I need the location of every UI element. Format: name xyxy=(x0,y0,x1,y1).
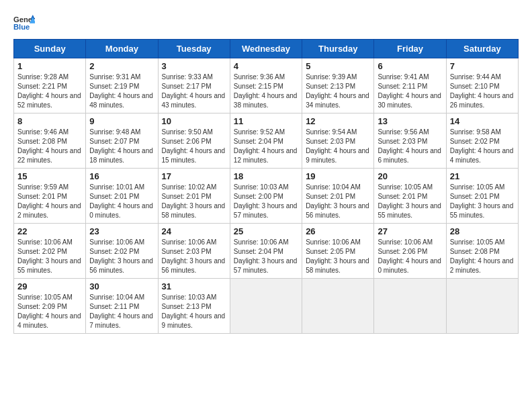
day-info: Sunrise: 9:56 AM Sunset: 2:03 PM Dayligh… xyxy=(378,128,442,165)
day-number: 4 xyxy=(234,61,298,71)
calendar-cell: 26 Sunrise: 10:06 AM Sunset: 2:05 PM Day… xyxy=(302,224,374,279)
calendar-cell: 12 Sunrise: 9:54 AM Sunset: 2:03 PM Dayl… xyxy=(302,113,374,169)
day-info: Sunrise: 10:05 AM Sunset: 2:08 PM Daylig… xyxy=(450,238,515,275)
day-info: Sunrise: 10:01 AM Sunset: 2:01 PM Daylig… xyxy=(89,183,154,220)
day-number: 30 xyxy=(89,281,154,291)
calendar-week-1: 1 Sunrise: 9:28 AM Sunset: 2:21 PM Dayli… xyxy=(14,58,519,113)
calendar-week-3: 15 Sunrise: 9:59 AM Sunset: 2:01 PM Dayl… xyxy=(14,169,519,224)
calendar-cell xyxy=(446,279,518,334)
day-number: 5 xyxy=(306,61,370,71)
logo-icon: General Blue xyxy=(13,13,35,32)
day-number: 15 xyxy=(17,171,82,181)
calendar: SundayMondayTuesdayWednesdayThursdayFrid… xyxy=(13,39,519,334)
day-info: Sunrise: 10:06 AM Sunset: 2:03 PM Daylig… xyxy=(162,238,226,275)
calendar-cell xyxy=(374,279,446,334)
day-info: Sunrise: 10:04 AM Sunset: 2:01 PM Daylig… xyxy=(306,183,370,220)
day-number: 23 xyxy=(89,226,154,236)
day-info: Sunrise: 10:05 AM Sunset: 2:09 PM Daylig… xyxy=(17,293,82,330)
day-number: 17 xyxy=(162,171,226,181)
calendar-week-2: 8 Sunrise: 9:46 AM Sunset: 2:08 PM Dayli… xyxy=(14,113,519,169)
weekday-header-thursday: Thursday xyxy=(302,40,374,58)
day-number: 9 xyxy=(89,116,154,126)
day-number: 6 xyxy=(378,61,442,71)
calendar-cell: 10 Sunrise: 9:50 AM Sunset: 2:06 PM Dayl… xyxy=(158,113,230,169)
day-number: 10 xyxy=(162,116,226,126)
day-info: Sunrise: 9:44 AM Sunset: 2:10 PM Dayligh… xyxy=(450,73,515,110)
day-number: 31 xyxy=(162,281,226,291)
calendar-cell: 20 Sunrise: 10:05 AM Sunset: 2:01 PM Day… xyxy=(374,169,446,224)
day-number: 16 xyxy=(89,171,154,181)
day-number: 25 xyxy=(234,226,298,236)
day-number: 3 xyxy=(162,61,226,71)
calendar-cell: 18 Sunrise: 10:03 AM Sunset: 2:00 PM Day… xyxy=(230,169,302,224)
day-number: 24 xyxy=(162,226,226,236)
weekday-header-monday: Monday xyxy=(86,40,158,58)
day-info: Sunrise: 10:06 AM Sunset: 2:06 PM Daylig… xyxy=(378,238,442,275)
calendar-cell: 8 Sunrise: 9:46 AM Sunset: 2:08 PM Dayli… xyxy=(14,113,86,169)
day-info: Sunrise: 10:03 AM Sunset: 2:00 PM Daylig… xyxy=(234,183,298,220)
logo: General Blue xyxy=(13,13,35,32)
calendar-cell: 27 Sunrise: 10:06 AM Sunset: 2:06 PM Day… xyxy=(374,224,446,279)
day-number: 27 xyxy=(378,226,442,236)
day-info: Sunrise: 9:31 AM Sunset: 2:19 PM Dayligh… xyxy=(89,73,154,110)
day-number: 19 xyxy=(306,171,370,181)
day-info: Sunrise: 10:06 AM Sunset: 2:02 PM Daylig… xyxy=(89,238,154,275)
day-number: 22 xyxy=(17,226,82,236)
day-number: 11 xyxy=(234,116,298,126)
day-info: Sunrise: 9:58 AM Sunset: 2:02 PM Dayligh… xyxy=(450,128,515,165)
calendar-cell: 1 Sunrise: 9:28 AM Sunset: 2:21 PM Dayli… xyxy=(14,58,86,113)
calendar-week-5: 29 Sunrise: 10:05 AM Sunset: 2:09 PM Day… xyxy=(14,279,519,334)
calendar-cell: 6 Sunrise: 9:41 AM Sunset: 2:11 PM Dayli… xyxy=(374,58,446,113)
calendar-cell xyxy=(230,279,302,334)
day-info: Sunrise: 9:59 AM Sunset: 2:01 PM Dayligh… xyxy=(17,183,82,220)
calendar-cell: 23 Sunrise: 10:06 AM Sunset: 2:02 PM Day… xyxy=(86,224,158,279)
day-number: 1 xyxy=(17,61,82,71)
day-info: Sunrise: 9:50 AM Sunset: 2:06 PM Dayligh… xyxy=(162,128,226,165)
calendar-cell: 29 Sunrise: 10:05 AM Sunset: 2:09 PM Day… xyxy=(14,279,86,334)
day-info: Sunrise: 9:54 AM Sunset: 2:03 PM Dayligh… xyxy=(306,128,370,165)
day-number: 29 xyxy=(17,281,82,291)
weekday-header-tuesday: Tuesday xyxy=(158,40,230,58)
calendar-cell: 21 Sunrise: 10:05 AM Sunset: 2:01 PM Day… xyxy=(446,169,518,224)
calendar-cell: 19 Sunrise: 10:04 AM Sunset: 2:01 PM Day… xyxy=(302,169,374,224)
calendar-cell: 28 Sunrise: 10:05 AM Sunset: 2:08 PM Day… xyxy=(446,224,518,279)
calendar-cell: 15 Sunrise: 9:59 AM Sunset: 2:01 PM Dayl… xyxy=(14,169,86,224)
day-info: Sunrise: 10:03 AM Sunset: 2:13 PM Daylig… xyxy=(162,293,226,330)
calendar-cell: 14 Sunrise: 9:58 AM Sunset: 2:02 PM Dayl… xyxy=(446,113,518,169)
day-info: Sunrise: 10:06 AM Sunset: 2:02 PM Daylig… xyxy=(17,238,82,275)
day-number: 14 xyxy=(450,116,515,126)
day-number: 18 xyxy=(234,171,298,181)
day-number: 28 xyxy=(450,226,515,236)
day-number: 2 xyxy=(89,61,154,71)
day-info: Sunrise: 10:05 AM Sunset: 2:01 PM Daylig… xyxy=(450,183,515,220)
day-number: 20 xyxy=(378,171,442,181)
calendar-cell: 5 Sunrise: 9:39 AM Sunset: 2:13 PM Dayli… xyxy=(302,58,374,113)
calendar-cell: 9 Sunrise: 9:48 AM Sunset: 2:07 PM Dayli… xyxy=(86,113,158,169)
weekday-header-friday: Friday xyxy=(374,40,446,58)
day-number: 12 xyxy=(306,116,370,126)
day-info: Sunrise: 9:28 AM Sunset: 2:21 PM Dayligh… xyxy=(17,73,82,110)
day-info: Sunrise: 9:33 AM Sunset: 2:17 PM Dayligh… xyxy=(162,73,226,110)
calendar-cell: 3 Sunrise: 9:33 AM Sunset: 2:17 PM Dayli… xyxy=(158,58,230,113)
header: General Blue xyxy=(13,13,519,32)
calendar-cell: 30 Sunrise: 10:04 AM Sunset: 2:11 PM Day… xyxy=(86,279,158,334)
day-info: Sunrise: 9:52 AM Sunset: 2:04 PM Dayligh… xyxy=(234,128,298,165)
calendar-cell: 13 Sunrise: 9:56 AM Sunset: 2:03 PM Dayl… xyxy=(374,113,446,169)
day-info: Sunrise: 9:39 AM Sunset: 2:13 PM Dayligh… xyxy=(306,73,370,110)
day-number: 8 xyxy=(17,116,82,126)
calendar-cell: 2 Sunrise: 9:31 AM Sunset: 2:19 PM Dayli… xyxy=(86,58,158,113)
weekday-header-wednesday: Wednesday xyxy=(230,40,302,58)
day-info: Sunrise: 10:02 AM Sunset: 2:01 PM Daylig… xyxy=(162,183,226,220)
calendar-cell: 7 Sunrise: 9:44 AM Sunset: 2:10 PM Dayli… xyxy=(446,58,518,113)
weekday-header-sunday: Sunday xyxy=(14,40,86,58)
svg-text:Blue: Blue xyxy=(13,23,30,31)
day-info: Sunrise: 9:48 AM Sunset: 2:07 PM Dayligh… xyxy=(89,128,154,165)
calendar-cell: 16 Sunrise: 10:01 AM Sunset: 2:01 PM Day… xyxy=(86,169,158,224)
day-info: Sunrise: 9:46 AM Sunset: 2:08 PM Dayligh… xyxy=(17,128,82,165)
day-info: Sunrise: 10:06 AM Sunset: 2:04 PM Daylig… xyxy=(234,238,298,275)
day-info: Sunrise: 10:04 AM Sunset: 2:11 PM Daylig… xyxy=(89,293,154,330)
day-number: 21 xyxy=(450,171,515,181)
calendar-week-4: 22 Sunrise: 10:06 AM Sunset: 2:02 PM Day… xyxy=(14,224,519,279)
day-number: 7 xyxy=(450,61,515,71)
day-number: 13 xyxy=(378,116,442,126)
